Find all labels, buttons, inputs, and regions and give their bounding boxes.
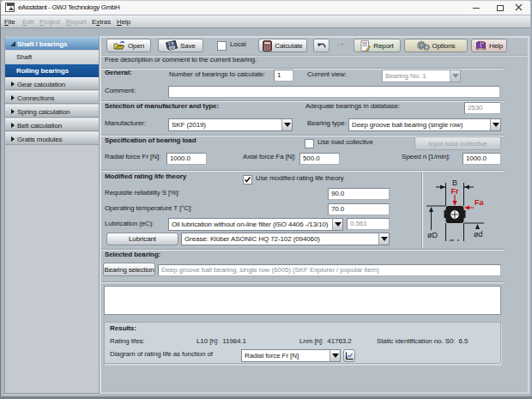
- svg-text:Fa: Fa: [475, 198, 484, 207]
- svg-text:B: B: [452, 178, 457, 187]
- svg-text:øD: øD: [427, 231, 438, 239]
- svg-text:ød: ød: [474, 230, 482, 239]
- svg-text:Fr: Fr: [451, 187, 459, 196]
